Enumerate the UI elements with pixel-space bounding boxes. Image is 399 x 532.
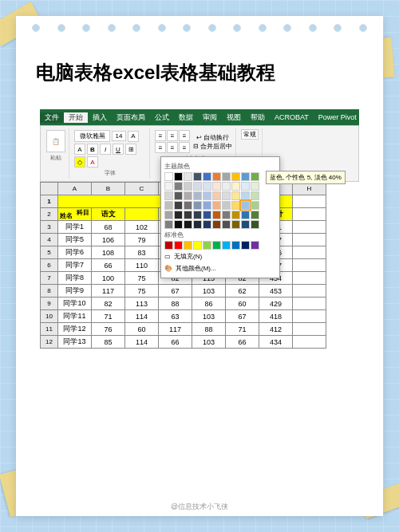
data-cell[interactable]: 110	[125, 259, 159, 272]
color-swatch[interactable]	[241, 201, 250, 210]
color-swatch[interactable]	[231, 172, 240, 181]
color-swatch[interactable]	[212, 211, 221, 219]
cell[interactable]	[293, 259, 326, 272]
color-swatch[interactable]	[174, 220, 183, 229]
increase-font-button[interactable]: A	[128, 131, 139, 142]
data-cell[interactable]: 67	[159, 285, 192, 298]
cell[interactable]	[293, 323, 326, 336]
name-cell[interactable]: 同学8	[58, 272, 92, 285]
color-swatch[interactable]	[222, 241, 231, 250]
data-cell[interactable]: 88	[159, 298, 192, 310]
tab-view[interactable]: 视图	[222, 112, 246, 123]
name-cell[interactable]: 同学11	[58, 310, 92, 323]
data-cell[interactable]: 418	[259, 310, 293, 323]
color-swatch[interactable]	[251, 182, 259, 191]
data-cell[interactable]: 71	[92, 310, 125, 323]
data-cell[interactable]: 117	[92, 285, 125, 298]
data-cell[interactable]: 117	[159, 323, 192, 336]
color-swatch[interactable]	[193, 191, 202, 200]
cell[interactable]	[293, 310, 326, 323]
color-swatch[interactable]	[193, 220, 202, 229]
data-cell[interactable]: 85	[92, 336, 125, 349]
header-cell[interactable]	[125, 208, 159, 221]
select-all-cell[interactable]	[41, 183, 58, 195]
data-cell[interactable]: 114	[125, 336, 159, 349]
color-swatch[interactable]	[231, 211, 240, 219]
cell[interactable]	[293, 298, 326, 310]
data-cell[interactable]: 62	[226, 285, 259, 298]
data-cell[interactable]: 76	[92, 323, 125, 336]
column-header[interactable]: A	[58, 183, 92, 195]
data-cell[interactable]: 60	[125, 323, 159, 336]
cell[interactable]	[293, 336, 326, 349]
tab-insert[interactable]: 插入	[88, 112, 112, 123]
color-swatch[interactable]	[231, 191, 240, 200]
data-cell[interactable]: 63	[159, 310, 192, 323]
tab-acrobat[interactable]: ACROBAT	[270, 113, 314, 121]
data-cell[interactable]: 103	[192, 336, 226, 349]
column-header[interactable]: C	[125, 183, 159, 195]
data-cell[interactable]: 86	[192, 298, 226, 310]
paste-button[interactable]: 📋	[46, 130, 65, 152]
color-swatch[interactable]	[184, 211, 192, 219]
color-swatch[interactable]	[184, 201, 192, 210]
row-header[interactable]: 4	[41, 234, 58, 246]
color-swatch[interactable]	[174, 182, 183, 191]
color-swatch[interactable]	[241, 191, 250, 200]
row-header[interactable]: 12	[41, 336, 58, 349]
color-swatch[interactable]	[251, 211, 259, 219]
data-cell[interactable]: 71	[226, 323, 259, 336]
cell[interactable]	[293, 246, 326, 259]
color-swatch[interactable]	[203, 201, 211, 210]
color-swatch[interactable]	[164, 172, 173, 181]
color-swatch[interactable]	[212, 201, 221, 210]
color-swatch[interactable]	[212, 172, 221, 181]
data-cell[interactable]: 75	[125, 272, 159, 285]
fill-color-button[interactable]: ◇	[74, 156, 85, 167]
color-swatch[interactable]	[231, 241, 240, 250]
wrap-text-button[interactable]: ↩ 自动换行	[193, 133, 232, 142]
color-swatch[interactable]	[193, 182, 202, 191]
color-swatch[interactable]	[222, 220, 231, 229]
color-swatch[interactable]	[184, 172, 192, 181]
font-color-button[interactable]: A	[87, 156, 98, 167]
data-cell[interactable]: 66	[226, 336, 259, 349]
color-swatch[interactable]	[251, 191, 259, 200]
color-swatch[interactable]	[193, 241, 202, 250]
color-swatch[interactable]	[203, 211, 211, 219]
color-swatch[interactable]	[251, 201, 259, 210]
color-swatch[interactable]	[184, 220, 192, 229]
color-swatch[interactable]	[212, 220, 221, 229]
name-cell[interactable]: 同学13	[58, 336, 92, 349]
color-swatch[interactable]	[241, 241, 250, 250]
font-name-select[interactable]: 微软雅黑	[74, 130, 110, 142]
no-fill-option[interactable]: ▭ 无填充(N)	[164, 250, 276, 262]
align-right-button[interactable]: ≡	[179, 142, 190, 153]
row-header[interactable]: 6	[41, 259, 58, 272]
color-swatch[interactable]	[164, 182, 173, 191]
data-cell[interactable]: 83	[125, 246, 159, 259]
align-center-button[interactable]: ≡	[167, 142, 178, 153]
row-header[interactable]: 5	[41, 246, 58, 259]
data-cell[interactable]: 88	[192, 323, 226, 336]
data-cell[interactable]: 453	[259, 285, 293, 298]
color-swatch[interactable]	[212, 191, 221, 200]
cell[interactable]	[293, 221, 326, 234]
data-cell[interactable]: 60	[226, 298, 259, 310]
column-header[interactable]: B	[92, 183, 125, 195]
cell[interactable]	[293, 272, 326, 285]
name-cell[interactable]: 同学12	[58, 323, 92, 336]
name-cell[interactable]: 同学10	[58, 298, 92, 310]
color-swatch[interactable]	[251, 172, 259, 181]
color-swatch[interactable]	[184, 191, 192, 200]
underline-button[interactable]: U	[113, 144, 124, 155]
align-bottom-button[interactable]: ≡	[179, 130, 190, 141]
data-cell[interactable]: 412	[259, 323, 293, 336]
border-button[interactable]: ⊞	[125, 144, 136, 155]
name-cell[interactable]: 同学9	[58, 285, 92, 298]
align-middle-button[interactable]: ≡	[167, 130, 178, 141]
data-cell[interactable]: 66	[159, 336, 192, 349]
color-swatch[interactable]	[164, 211, 173, 219]
color-swatch[interactable]	[193, 211, 202, 219]
color-swatch[interactable]	[174, 172, 183, 181]
